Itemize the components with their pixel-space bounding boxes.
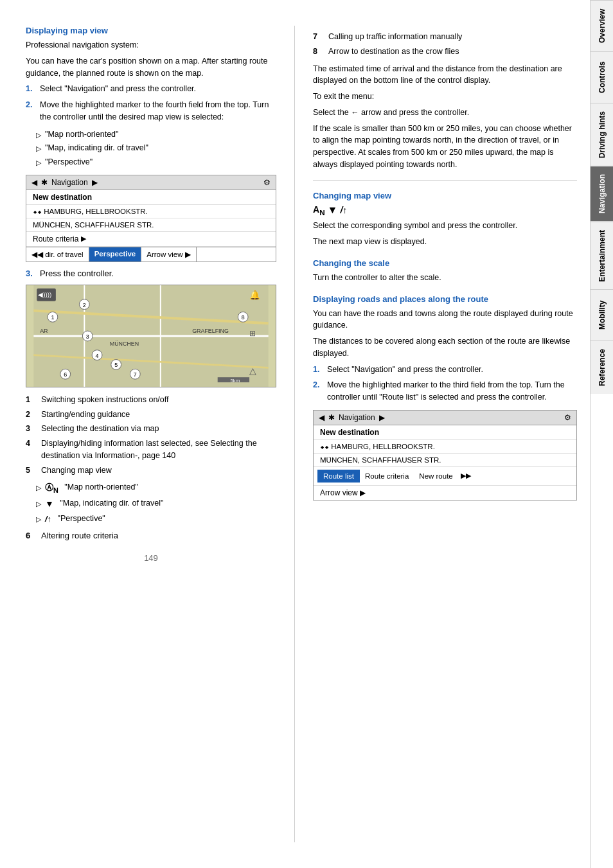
nav-box-header-1: ◀ ✱ Navigation ▶ ⚙ xyxy=(26,175,276,190)
sym-road: /↑ xyxy=(340,205,347,215)
column-divider xyxy=(294,26,295,842)
nav-new-dest-1: New destination xyxy=(26,190,276,205)
nav-dest2-1: MÜNCHEN, SCHAFFHAUSER STR. xyxy=(26,218,276,232)
sub-arrow-p: ▷ xyxy=(36,514,41,525)
item-num-4: 4 xyxy=(26,438,35,450)
nav-box-header-2: ◀ ✱ Navigation ▶ ⚙ xyxy=(314,411,576,425)
bullet-text-1: "Map north-oriented" xyxy=(45,128,119,141)
scale-para: If the scale is smaller than 500 km or 2… xyxy=(313,123,577,171)
divider-1 xyxy=(313,180,577,181)
nav-tab-arrow-1[interactable]: Arrow view ▶ xyxy=(141,247,196,261)
item-6-row: 6 Altering route criteria xyxy=(26,531,276,540)
item-1: 1 Switching spoken instructions on/off xyxy=(26,394,276,406)
sub-text-v: "Map, indicating dir. of travel" xyxy=(58,497,164,509)
nav-tabs-1: ◀◀ dir. of travel Perspective Arrow view… xyxy=(26,247,276,261)
sub-bullet-p: ▷ /↑ "Perspective" xyxy=(36,513,276,526)
sidebar-tab-overview[interactable]: Overview xyxy=(591,0,613,51)
section-title-changing-map: Changing map view xyxy=(313,191,577,200)
step-text-3: Press the controller. xyxy=(40,269,114,278)
map-view-bullets: ▷ "Map north-oriented" ▷ "Map, indicatin… xyxy=(36,128,276,168)
arrival-para: The estimated time of arrival and the di… xyxy=(313,63,577,87)
item-text-5: Changing map view xyxy=(41,465,112,477)
nav-tab-perspective-1[interactable]: Perspective xyxy=(89,247,142,261)
sub-bullet-n: ▷ ⒶN "Map north-oriented" xyxy=(36,481,276,495)
nav-tab2-criteria[interactable]: Route criteria xyxy=(360,470,414,482)
sidebar-tab-reference[interactable]: Reference xyxy=(591,341,613,394)
item-text-2: Starting/ending guidance xyxy=(41,409,130,421)
svg-text:⊞: ⊞ xyxy=(249,329,256,338)
item-2: 2 Starting/ending guidance xyxy=(26,409,276,421)
items-7-8: 7 Calling up traffic information manuall… xyxy=(313,31,577,58)
item-num-6: 6 xyxy=(26,531,35,540)
item-text-1: Switching spoken instructions on/off xyxy=(41,394,169,406)
bullet-arrow-2: ▷ xyxy=(36,143,41,154)
section-title-scale: Changing the scale xyxy=(313,258,577,268)
step-3-container: 3. Press the controller. xyxy=(26,269,276,278)
step-2: 2. Move the highlighted marker to the fo… xyxy=(26,99,276,123)
nav-arrow-view-2: Arrow view ▶ xyxy=(314,486,576,500)
route-steps-list: 1. Select "Navigation" and press the con… xyxy=(313,364,577,403)
nav-route-criteria-1: Route criteria ▶ xyxy=(26,232,276,247)
nav-box-1: ◀ ✱ Navigation ▶ ⚙ New destination ⬥⬥ HA… xyxy=(26,175,276,262)
nav-tab-dir-1[interactable]: ◀◀ dir. of travel xyxy=(26,247,89,261)
page-number: 149 xyxy=(26,553,276,563)
item-num-8: 8 xyxy=(313,46,322,58)
nav-box-2: ◀ ✱ Navigation ▶ ⚙ New destination ⬥⬥ HA… xyxy=(313,410,577,500)
bullet-1: ▷ "Map north-oriented" xyxy=(36,128,276,141)
nav-tab2-newroute[interactable]: New route xyxy=(414,470,458,482)
item-text-7: Calling up traffic information manually xyxy=(328,31,462,43)
item-text-6: Altering route criteria xyxy=(41,531,118,540)
svg-text:8: 8 xyxy=(242,314,245,321)
step-num-2: 2. xyxy=(26,99,35,123)
sub-arrow-n: ▷ xyxy=(36,483,41,493)
exit-menu-label: To exit the menu: xyxy=(313,91,577,103)
section-title-map-view: Displaying map view xyxy=(26,26,276,35)
sym-desc2: The next map view is displayed. xyxy=(313,236,577,248)
item-3: 3 Selecting the destination via map xyxy=(26,423,276,435)
sidebar-tab-navigation[interactable]: Navigation xyxy=(591,166,613,221)
item-num-5: 5 xyxy=(26,465,35,477)
step-num-1: 1. xyxy=(26,83,35,95)
steps-list: 1. Select "Navigation" and press the con… xyxy=(26,83,276,123)
nav-tab2-routelist[interactable]: Route list xyxy=(317,470,360,483)
sidebar-tab-entertainment[interactable]: Entertainment xyxy=(591,222,613,290)
svg-text:AR: AR xyxy=(40,328,48,334)
route-step-2: 2. Move the highlighted marker to the th… xyxy=(313,379,577,403)
item-7: 7 Calling up traffic information manuall… xyxy=(313,31,577,43)
item-num-2: 2 xyxy=(26,409,35,421)
svg-text:5: 5 xyxy=(114,362,118,368)
sidebar-tab-controls[interactable]: Controls xyxy=(591,51,613,103)
nav-dest1-1: ⬥⬥ HAMBURG, HELLBROOKSTR. xyxy=(26,205,276,218)
nav-tabs-row-2: Route list Route criteria New route ▶▶ xyxy=(314,467,576,486)
item-text-3: Selecting the destination via map xyxy=(41,423,159,435)
sub-icon-v: ▼ xyxy=(45,497,54,511)
svg-text:△: △ xyxy=(249,366,256,376)
bullet-text-2: "Map, indicating dir. of travel" xyxy=(45,142,148,154)
sym-an: AN xyxy=(313,204,325,217)
bullet-3: ▷ "Perspective" xyxy=(36,156,276,168)
nav-tab2-arrows: ▶▶ xyxy=(461,472,471,480)
step-text-2: Move the highlighted marker to the fourt… xyxy=(40,99,276,123)
nav-new-dest-2: New destination xyxy=(314,425,576,440)
bullet-2: ▷ "Map, indicating dir. of travel" xyxy=(36,142,276,154)
svg-text:7: 7 xyxy=(134,371,137,378)
section-title-roads: Displaying roads and places along the ro… xyxy=(313,294,577,304)
sub-text-n: "Map north-oriented" xyxy=(62,481,138,493)
sidebar-tab-mobility[interactable]: Mobility xyxy=(591,289,613,341)
sidebar-tab-driving-hints[interactable]: Driving hints xyxy=(591,103,613,166)
sym-arrow-down: ▼ xyxy=(328,204,338,216)
criteria-text-1: Route criteria xyxy=(33,235,78,244)
nav-dest1-2: ⬥⬥ HAMBURG, HELLBROOKSTR. xyxy=(314,440,576,454)
svg-text:🔔: 🔔 xyxy=(249,290,261,301)
items-list: 1 Switching spoken instructions on/off 2… xyxy=(26,394,276,477)
route-step-1: 1. Select "Navigation" and press the con… xyxy=(313,364,577,376)
map-svg: AR GRAFELFING MÜNCHEN 1 2 3 4 5 6 xyxy=(26,285,276,387)
scale-desc: Turn the controller to alter the scale. xyxy=(313,272,577,284)
map-symbols-display: AN ▼ /↑ xyxy=(313,204,577,217)
bullet-arrow-1: ▷ xyxy=(36,130,41,141)
svg-text:1: 1 xyxy=(51,314,54,321)
item-text-8: Arrow to destination as the crow flies xyxy=(328,46,459,58)
svg-text:MÜNCHEN: MÜNCHEN xyxy=(110,341,139,347)
nav-dest2-2: MÜNCHEN, SCHAFFHAUSER STR. xyxy=(314,454,576,467)
route-step-num-2: 2. xyxy=(313,379,322,403)
